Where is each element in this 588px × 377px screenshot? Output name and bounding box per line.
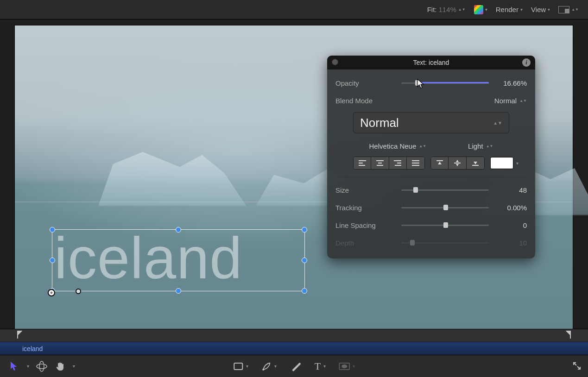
chevron-down-icon: ▾ <box>274 364 277 369</box>
mini-timeline-ruler[interactable] <box>0 329 588 342</box>
blend-mode-row: Blend Mode Normal ▲▼ <box>335 92 527 109</box>
size-row: Size 48 <box>335 181 527 199</box>
tracking-value[interactable]: 0.00% <box>494 204 527 212</box>
chevron-updown-icon: ▲▼ <box>486 145 493 147</box>
viewer-layout-menu[interactable]: ▲▼ <box>558 6 579 13</box>
style-preset-value: Normal <box>360 116 399 130</box>
play-range-end-icon[interactable] <box>565 330 571 341</box>
alignment-row: ▾ <box>335 154 527 176</box>
text-layer[interactable]: iceland <box>54 228 304 290</box>
depth-slider <box>401 239 489 246</box>
depth-row: Depth 10 <box>335 234 527 251</box>
tracking-label: Tracking <box>335 204 401 212</box>
text-color-control[interactable]: ▾ <box>490 157 518 169</box>
chevron-down-icon[interactable]: ▾ <box>516 161 518 166</box>
line-spacing-value[interactable]: 0 <box>494 221 527 229</box>
align-left-button[interactable] <box>354 157 371 169</box>
text-style-preset-select[interactable]: Normal ▲▼ <box>353 112 509 133</box>
valign-bottom-button[interactable] <box>467 157 484 169</box>
color-channels-menu[interactable]: ▾ <box>474 5 487 14</box>
align-right-button[interactable] <box>389 157 407 169</box>
render-label: Render <box>496 6 518 13</box>
canvas-area[interactable]: iceland Text: iceland i Opacity <box>0 19 588 329</box>
chevron-down-icon[interactable]: ▾ <box>27 364 29 369</box>
size-label: Size <box>335 186 401 194</box>
opacity-row: Opacity 16.66% <box>335 74 527 92</box>
opacity-label: Opacity <box>335 79 401 87</box>
text-hud-panel[interactable]: Text: iceland i Opacity 16.66% Blend Mod… <box>327 56 535 258</box>
svg-rect-9 <box>234 363 242 370</box>
line-spacing-label: Line Spacing <box>335 221 401 229</box>
canvas-toolbar: ▾ ▾ ▾ ▾ T ▾ ▾ <box>0 355 588 377</box>
blend-mode-select[interactable]: Normal ▲▼ <box>494 97 527 105</box>
center-tools: ▾ ▾ T ▾ ▾ <box>233 360 355 372</box>
size-value[interactable]: 48 <box>494 186 527 194</box>
chevron-updown-icon: ▲▼ <box>571 8 579 11</box>
blend-mode-label: Blend Mode <box>335 97 401 105</box>
select-tool[interactable] <box>8 360 20 372</box>
info-icon[interactable]: i <box>522 58 531 67</box>
close-icon[interactable] <box>332 59 338 65</box>
hud-title-text: Text: iceland <box>413 59 449 66</box>
font-weight-value: Light <box>468 142 483 150</box>
valign-middle-button[interactable] <box>449 157 466 169</box>
line-spacing-slider[interactable] <box>401 221 489 229</box>
svg-marker-1 <box>438 162 442 164</box>
svg-point-7 <box>37 364 47 369</box>
color-well[interactable] <box>490 157 513 169</box>
svg-marker-3 <box>456 160 459 162</box>
tracking-slider[interactable] <box>401 204 489 211</box>
viewport-layout-icon <box>558 6 569 13</box>
view-menu[interactable]: View ▾ <box>531 6 550 13</box>
chevron-updown-icon: ▲▼ <box>419 145 426 147</box>
left-tools: ▾ ▾ <box>8 360 75 372</box>
chevron-updown-icon: ▲▼ <box>493 122 502 124</box>
pan-tool[interactable] <box>54 360 66 372</box>
font-weight-select[interactable]: Light ▲▼ <box>468 142 493 150</box>
vertical-align-segmented[interactable] <box>430 157 485 170</box>
chevron-down-icon[interactable]: ▾ <box>73 364 75 369</box>
svg-marker-4 <box>456 164 459 166</box>
paint-stroke-tool[interactable] <box>290 360 302 372</box>
horizontal-align-segmented[interactable] <box>353 157 425 170</box>
size-slider[interactable] <box>401 186 489 194</box>
tracking-row: Tracking 0.00% <box>335 199 527 216</box>
render-menu[interactable]: Render ▾ <box>496 6 523 13</box>
svg-point-10 <box>262 369 264 371</box>
align-justify-button[interactable] <box>407 157 424 169</box>
chevron-updown-icon: ▲▼ <box>458 8 466 11</box>
chevron-down-icon: ▾ <box>548 7 550 12</box>
mask-tool: ▾ <box>339 363 355 370</box>
fit-label: Fit: <box>427 6 437 13</box>
fit-value: 114% <box>438 6 456 13</box>
pen-tool[interactable]: ▾ <box>261 361 277 371</box>
play-range-start-icon[interactable] <box>17 330 23 341</box>
text-tool[interactable]: T ▾ <box>315 360 326 372</box>
mini-timeline-layer-bar[interactable]: iceland <box>0 342 588 355</box>
font-family-value: Helvetica Neue <box>369 142 417 150</box>
shape-tool[interactable]: ▾ <box>233 362 248 371</box>
divider <box>335 177 527 177</box>
align-center-button[interactable] <box>371 157 389 169</box>
valign-top-button[interactable] <box>431 157 449 169</box>
viewer-toolbar: Fit: 114% ▲▼ ▾ Render ▾ View ▾ ▲▼ <box>0 0 588 19</box>
svg-marker-6 <box>474 162 477 164</box>
fit-zoom-menu[interactable]: Fit: 114% ▲▼ <box>427 6 466 13</box>
chevron-down-icon: ▾ <box>353 364 355 369</box>
view-label: View <box>531 6 546 13</box>
svg-point-12 <box>341 364 347 368</box>
3d-transform-tool[interactable] <box>36 360 48 372</box>
font-row: Helvetica Neue ▲▼ Light ▲▼ <box>335 138 527 154</box>
svg-point-8 <box>39 361 44 371</box>
chevron-updown-icon: ▲▼ <box>519 100 527 102</box>
depth-value: 10 <box>494 239 527 247</box>
depth-label: Depth <box>335 239 401 247</box>
opacity-value[interactable]: 16.66% <box>494 79 527 87</box>
hud-titlebar[interactable]: Text: iceland i <box>327 56 535 69</box>
chevron-down-icon: ▾ <box>246 364 248 369</box>
chevron-down-icon: ▾ <box>323 364 326 369</box>
opacity-slider[interactable] <box>401 79 489 87</box>
expand-canvas-icon[interactable] <box>572 361 582 372</box>
font-family-select[interactable]: Helvetica Neue ▲▼ <box>369 142 427 150</box>
bg-iceberg <box>98 146 247 206</box>
